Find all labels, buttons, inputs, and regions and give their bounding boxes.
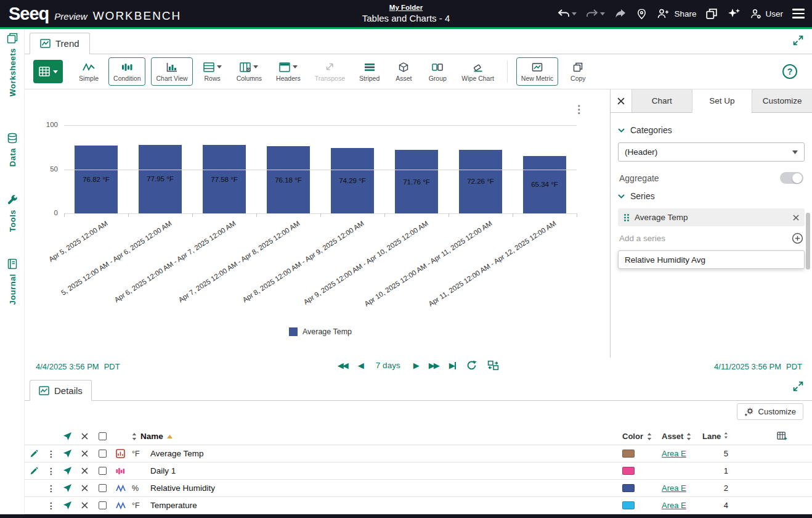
location-button[interactable] — [636, 7, 648, 20]
transpose-button[interactable]: Transpose — [311, 57, 349, 86]
tab-set-up[interactable]: Set Up — [692, 89, 752, 113]
panel-scrollbar[interactable] — [806, 213, 810, 269]
chevron-down-icon[interactable] — [600, 12, 605, 15]
bar[interactable]: 77.95 °F — [139, 145, 182, 213]
bar[interactable]: 76.18 °F — [267, 146, 310, 213]
chevron-down-icon[interactable] — [572, 12, 577, 15]
table-mode-button[interactable] — [33, 60, 63, 83]
remove-column-header[interactable] — [81, 433, 99, 440]
item-checkbox[interactable] — [99, 450, 116, 458]
navigate-item-button[interactable] — [63, 483, 81, 493]
legend[interactable]: Average Temp — [64, 327, 577, 336]
range-end[interactable]: 4/11/2025 3:56 PM PDT — [714, 362, 802, 371]
striped-button[interactable]: Striped — [355, 57, 384, 86]
close-panel-button[interactable] — [611, 89, 631, 112]
add-column-button[interactable] — [734, 432, 812, 441]
series-section-header[interactable]: Series — [618, 191, 805, 201]
item-checkbox[interactable] — [99, 484, 116, 492]
add-series-button[interactable] — [792, 232, 803, 244]
lane-column-header[interactable]: Lane — [702, 432, 734, 441]
breadcrumb[interactable]: My Folder — [389, 4, 423, 11]
color-swatch[interactable] — [622, 501, 635, 509]
customize-details-button[interactable]: Customize — [737, 403, 803, 420]
tab-chart[interactable]: Chart — [631, 89, 692, 112]
navigate-column-header[interactable] — [63, 432, 81, 441]
step-back-full-button[interactable]: ◀◀ — [338, 361, 347, 369]
bar[interactable]: 72.26 °F — [459, 150, 502, 213]
category-header-select[interactable]: (Header) — [618, 142, 805, 162]
rows-button[interactable]: Rows — [198, 57, 227, 86]
item-name[interactable]: Temperature — [150, 501, 622, 510]
sidebar-item-data[interactable]: Data — [0, 133, 25, 166]
help-button[interactable]: ? — [782, 64, 797, 79]
table-row[interactable]: ⋮ % Relative Humidity Area E 2 — [25, 480, 812, 497]
user-menu-button[interactable]: User — [750, 8, 783, 20]
sidebar-item-journal[interactable]: Journal — [0, 258, 25, 305]
color-swatch[interactable] — [622, 484, 635, 492]
asset-column-header[interactable]: Asset — [662, 432, 702, 441]
item-checkbox[interactable] — [99, 501, 116, 509]
new-metric-button[interactable]: New Metric — [516, 57, 559, 86]
bar[interactable]: 74.29 °F — [331, 148, 374, 213]
share-button[interactable]: Share — [657, 8, 696, 19]
remove-series-icon[interactable] — [793, 215, 799, 221]
chart-view-button[interactable]: Chart View — [151, 57, 192, 86]
headers-button[interactable]: Headers — [272, 57, 305, 86]
navigate-item-button[interactable] — [63, 501, 81, 510]
brand[interactable]: Seeq Preview WORKBENCH — [0, 4, 181, 24]
item-name[interactable]: Relative Humidity — [150, 483, 622, 493]
drag-handle-icon[interactable] — [623, 213, 630, 222]
edit-item-button[interactable] — [30, 467, 47, 475]
item-checkbox[interactable] — [99, 467, 116, 475]
tab-customize[interactable]: Customize — [752, 89, 812, 112]
asset-link[interactable]: Area E — [662, 501, 686, 510]
color-swatch[interactable] — [622, 450, 635, 458]
item-menu-button[interactable]: ⋮ — [47, 466, 63, 476]
expand-trend-button[interactable] — [793, 35, 803, 46]
remove-item-button[interactable] — [81, 450, 99, 457]
series-item[interactable]: Average Temp — [618, 208, 805, 226]
main-menu-button[interactable] — [792, 9, 805, 18]
undo-button[interactable] — [558, 8, 577, 19]
series-suggestion-option[interactable]: Relative Humidity Avg — [618, 250, 805, 269]
bar[interactable]: 65.34 °F — [523, 156, 566, 213]
ai-assistant-button[interactable] — [727, 7, 741, 20]
auto-update-icon[interactable] — [487, 360, 499, 371]
bar[interactable]: 71.76 °F — [395, 150, 438, 213]
sidebar-item-worksheets[interactable]: Worksheets — [0, 33, 25, 96]
table-row[interactable]: ⋮ °F Temperature Area E 4 — [25, 497, 812, 514]
aggregate-toggle[interactable] — [780, 172, 803, 184]
sidebar-item-tools[interactable]: Tools — [0, 194, 25, 232]
color-swatch[interactable] — [622, 467, 635, 475]
tab-trend[interactable]: Trend — [30, 33, 90, 54]
range-duration[interactable]: 7 days — [376, 361, 400, 370]
navigate-item-button[interactable] — [63, 466, 81, 475]
categories-section-header[interactable]: Categories — [618, 125, 805, 135]
copy-button[interactable]: Copy — [564, 57, 592, 86]
refresh-icon[interactable] — [466, 360, 477, 371]
redo-button[interactable] — [586, 8, 605, 19]
edit-item-button[interactable] — [30, 450, 47, 458]
tab-details[interactable]: Details — [30, 380, 92, 401]
step-back-half-button[interactable]: ◀ — [358, 361, 363, 369]
forward-button[interactable] — [614, 8, 627, 19]
step-forward-full-button[interactable]: ▶▶ — [429, 361, 439, 369]
select-all-checkbox[interactable] — [99, 432, 116, 440]
asset-link[interactable]: Area E — [662, 449, 686, 458]
columns-button[interactable]: Columns — [232, 57, 266, 86]
asset-button[interactable]: Asset — [389, 57, 418, 86]
item-name[interactable]: Daily 1 — [150, 466, 622, 475]
item-name[interactable]: Average Temp — [150, 449, 622, 458]
expand-details-button[interactable] — [793, 381, 803, 392]
bar[interactable]: 76.82 °F — [75, 146, 118, 213]
condition-button[interactable]: Condition — [108, 57, 145, 86]
duplicate-worksheet-button[interactable] — [705, 7, 718, 20]
bar[interactable]: 77.58 °F — [203, 145, 246, 213]
color-column-header[interactable]: Color — [622, 432, 662, 441]
remove-item-button[interactable] — [81, 502, 99, 509]
table-row[interactable]: ⋮ °F Average Temp Area E 5 — [25, 445, 812, 462]
table-row[interactable]: ⋮ Daily 1 1 — [25, 462, 812, 480]
item-menu-button[interactable]: ⋮ — [47, 501, 63, 511]
simple-button[interactable]: Simple — [75, 57, 103, 86]
step-to-now-button[interactable]: ▶ — [449, 361, 457, 369]
